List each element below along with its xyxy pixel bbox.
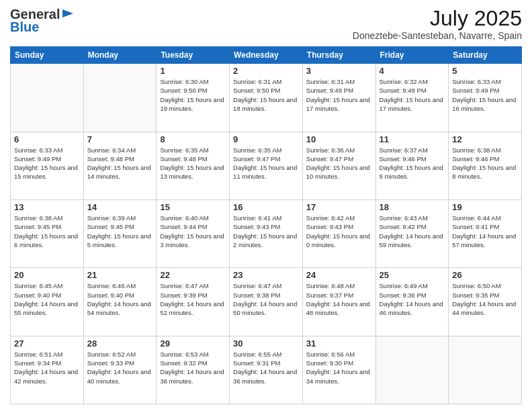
calendar-table: SundayMondayTuesdayWednesdayThursdayFrid… [10, 46, 522, 404]
day-number: 26 [452, 270, 518, 280]
calendar-cell [11, 64, 84, 132]
day-number: 9 [233, 134, 299, 144]
calendar-cell [449, 336, 522, 404]
day-number: 11 [380, 134, 445, 144]
calendar-cell: 28Sunrise: 6:52 AM Sunset: 9:33 PM Dayli… [83, 336, 157, 404]
calendar-cell: 8Sunrise: 6:35 AM Sunset: 9:48 PM Daylig… [157, 132, 230, 199]
location: Doneztebe-Santesteban, Navarre, Spain [353, 30, 522, 41]
day-number: 20 [14, 270, 80, 280]
calendar-cell: 13Sunrise: 6:38 AM Sunset: 9:45 PM Dayli… [11, 199, 84, 267]
calendar-week-2: 13Sunrise: 6:38 AM Sunset: 9:45 PM Dayli… [11, 199, 522, 267]
day-number: 7 [87, 134, 153, 144]
day-number: 28 [87, 338, 153, 349]
calendar-cell: 5Sunrise: 6:33 AM Sunset: 9:49 PM Daylig… [449, 64, 522, 132]
cell-info: Sunrise: 6:40 AM Sunset: 9:44 PM Dayligh… [160, 214, 226, 249]
calendar-cell: 4Sunrise: 6:32 AM Sunset: 9:49 PM Daylig… [375, 64, 449, 132]
month-year: July 2025 [353, 7, 522, 30]
calendar-cell: 31Sunrise: 6:56 AM Sunset: 9:30 PM Dayli… [302, 336, 375, 404]
weekday-header-monday: Monday [83, 47, 157, 64]
day-number: 3 [306, 66, 372, 76]
calendar-cell [375, 336, 449, 404]
day-number: 6 [14, 134, 80, 144]
calendar-cell: 12Sunrise: 6:38 AM Sunset: 9:46 PM Dayli… [449, 132, 522, 199]
cell-info: Sunrise: 6:35 AM Sunset: 9:47 PM Dayligh… [233, 146, 299, 181]
cell-info: Sunrise: 6:47 AM Sunset: 9:38 PM Dayligh… [233, 281, 299, 317]
day-number: 22 [160, 270, 226, 280]
cell-info: Sunrise: 6:56 AM Sunset: 9:30 PM Dayligh… [306, 350, 372, 385]
cell-info: Sunrise: 6:39 AM Sunset: 9:45 PM Dayligh… [87, 214, 153, 249]
calendar-cell: 27Sunrise: 6:51 AM Sunset: 9:34 PM Dayli… [11, 336, 84, 404]
calendar-cell: 16Sunrise: 6:41 AM Sunset: 9:43 PM Dayli… [230, 199, 303, 267]
day-number: 23 [233, 270, 299, 280]
calendar-cell: 21Sunrise: 6:46 AM Sunset: 9:40 PM Dayli… [83, 268, 157, 336]
day-number: 21 [87, 270, 153, 280]
day-number: 19 [452, 202, 518, 212]
title-section: July 2025 Doneztebe-Santesteban, Navarre… [353, 7, 522, 41]
calendar-body: 1Sunrise: 6:30 AM Sunset: 9:50 PM Daylig… [11, 64, 522, 404]
day-number: 31 [306, 338, 372, 349]
logo-flag-icon [61, 8, 75, 21]
svg-marker-0 [62, 9, 73, 17]
day-number: 29 [160, 338, 226, 349]
calendar-week-0: 1Sunrise: 6:30 AM Sunset: 9:50 PM Daylig… [11, 64, 522, 132]
weekday-header-sunday: Sunday [11, 47, 84, 64]
cell-info: Sunrise: 6:34 AM Sunset: 9:48 PM Dayligh… [87, 146, 153, 181]
cell-info: Sunrise: 6:43 AM Sunset: 9:42 PM Dayligh… [380, 214, 445, 249]
calendar-cell: 11Sunrise: 6:37 AM Sunset: 9:46 PM Dayli… [375, 132, 449, 199]
day-number: 4 [380, 66, 445, 76]
calendar-cell: 6Sunrise: 6:33 AM Sunset: 9:49 PM Daylig… [11, 132, 84, 199]
cell-info: Sunrise: 6:55 AM Sunset: 9:31 PM Dayligh… [233, 350, 299, 385]
cell-info: Sunrise: 6:46 AM Sunset: 9:40 PM Dayligh… [87, 281, 153, 317]
calendar-cell: 30Sunrise: 6:55 AM Sunset: 9:31 PM Dayli… [230, 336, 303, 404]
cell-info: Sunrise: 6:51 AM Sunset: 9:34 PM Dayligh… [14, 350, 80, 385]
calendar-header-row: SundayMondayTuesdayWednesdayThursdayFrid… [11, 47, 522, 64]
day-number: 10 [306, 134, 372, 144]
calendar-cell: 15Sunrise: 6:40 AM Sunset: 9:44 PM Dayli… [157, 199, 230, 267]
weekday-header-saturday: Saturday [449, 47, 522, 64]
logo-blue-text: Blue [10, 19, 39, 35]
calendar-cell: 18Sunrise: 6:43 AM Sunset: 9:42 PM Dayli… [375, 199, 449, 267]
calendar-cell: 2Sunrise: 6:31 AM Sunset: 9:50 PM Daylig… [230, 64, 303, 132]
calendar-week-3: 20Sunrise: 6:45 AM Sunset: 9:40 PM Dayli… [11, 268, 522, 336]
cell-info: Sunrise: 6:31 AM Sunset: 9:50 PM Dayligh… [233, 77, 299, 113]
cell-info: Sunrise: 6:48 AM Sunset: 9:37 PM Dayligh… [306, 281, 372, 317]
cell-info: Sunrise: 6:38 AM Sunset: 9:46 PM Dayligh… [452, 146, 518, 181]
calendar-cell: 10Sunrise: 6:36 AM Sunset: 9:47 PM Dayli… [302, 132, 375, 199]
weekday-header-tuesday: Tuesday [157, 47, 230, 64]
day-number: 16 [233, 202, 299, 212]
calendar-cell: 26Sunrise: 6:50 AM Sunset: 9:35 PM Dayli… [449, 268, 522, 336]
calendar-cell: 29Sunrise: 6:53 AM Sunset: 9:32 PM Dayli… [157, 336, 230, 404]
calendar-cell [83, 64, 157, 132]
cell-info: Sunrise: 6:30 AM Sunset: 9:50 PM Dayligh… [160, 77, 226, 113]
weekday-header-friday: Friday [375, 47, 449, 64]
cell-info: Sunrise: 6:35 AM Sunset: 9:48 PM Dayligh… [160, 146, 226, 181]
day-number: 13 [14, 202, 80, 212]
day-number: 1 [160, 66, 226, 76]
cell-info: Sunrise: 6:44 AM Sunset: 9:41 PM Dayligh… [452, 214, 518, 249]
day-number: 2 [233, 66, 299, 76]
cell-info: Sunrise: 6:37 AM Sunset: 9:46 PM Dayligh… [380, 146, 445, 181]
cell-info: Sunrise: 6:47 AM Sunset: 9:39 PM Dayligh… [160, 281, 226, 317]
cell-info: Sunrise: 6:32 AM Sunset: 9:49 PM Dayligh… [380, 77, 445, 113]
day-number: 14 [87, 202, 153, 212]
calendar-cell: 7Sunrise: 6:34 AM Sunset: 9:48 PM Daylig… [83, 132, 157, 199]
calendar-cell: 1Sunrise: 6:30 AM Sunset: 9:50 PM Daylig… [157, 64, 230, 132]
cell-info: Sunrise: 6:41 AM Sunset: 9:43 PM Dayligh… [233, 214, 299, 249]
cell-info: Sunrise: 6:49 AM Sunset: 9:36 PM Dayligh… [380, 281, 445, 317]
calendar-cell: 25Sunrise: 6:49 AM Sunset: 9:36 PM Dayli… [375, 268, 449, 336]
calendar-cell: 22Sunrise: 6:47 AM Sunset: 9:39 PM Dayli… [157, 268, 230, 336]
cell-info: Sunrise: 6:33 AM Sunset: 9:49 PM Dayligh… [14, 146, 80, 181]
day-number: 8 [160, 134, 226, 144]
weekday-header-thursday: Thursday [302, 47, 375, 64]
day-number: 24 [306, 270, 372, 280]
cell-info: Sunrise: 6:31 AM Sunset: 9:49 PM Dayligh… [306, 77, 372, 113]
calendar-cell: 20Sunrise: 6:45 AM Sunset: 9:40 PM Dayli… [11, 268, 84, 336]
day-number: 30 [233, 338, 299, 349]
day-number: 27 [14, 338, 80, 349]
calendar-cell: 24Sunrise: 6:48 AM Sunset: 9:37 PM Dayli… [302, 268, 375, 336]
day-number: 15 [160, 202, 226, 212]
calendar-week-1: 6Sunrise: 6:33 AM Sunset: 9:49 PM Daylig… [11, 132, 522, 199]
day-number: 5 [452, 66, 518, 76]
weekday-header-wednesday: Wednesday [230, 47, 303, 64]
calendar-cell: 19Sunrise: 6:44 AM Sunset: 9:41 PM Dayli… [449, 199, 522, 267]
